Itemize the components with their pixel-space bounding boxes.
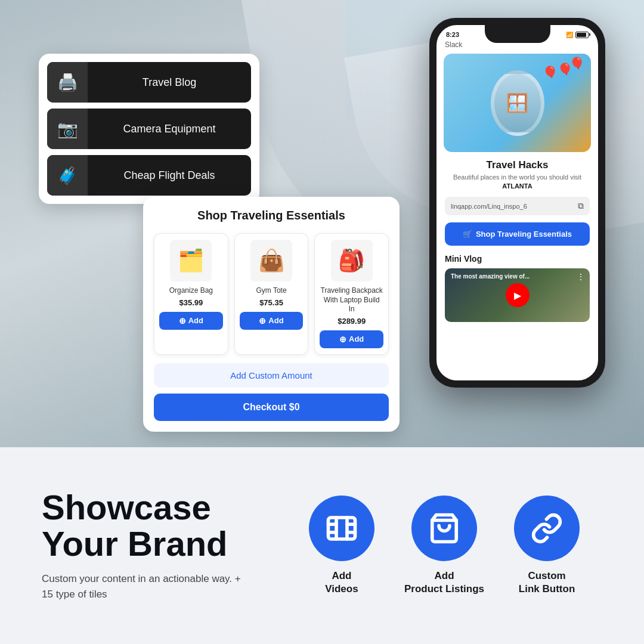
phone-screen: 8:23 📶 Slack 🪟 🎈 🎈 🎈: [436, 25, 598, 380]
link-thumb-travel-blog: 🖨️: [47, 62, 88, 103]
video-options-icon[interactable]: ⋮: [577, 272, 585, 281]
showcase-subtext: Custom your content in an actionable way…: [42, 571, 250, 602]
phone-hero-subtitle: Beautiful places in the world you should…: [445, 174, 590, 181]
balloon-icon-2: 🎈: [569, 57, 585, 72]
top-section: 🖨️ Travel Blog 📷 Camera Equipment 🧳 Chea…: [0, 0, 644, 447]
feature-circle-videos: [309, 496, 374, 561]
bottom-section: Showcase Your Brand Custom your content …: [0, 447, 644, 644]
product-name-backpack: Traveling Backpack With Laptop Build In: [320, 286, 383, 314]
video-title: The most amazing view of...: [451, 273, 530, 280]
product-img-organize-bag: 🗂️: [170, 240, 212, 281]
add-button-organize-bag[interactable]: ⊕ Add: [159, 312, 223, 330]
shop-panel-title: Shop Traveling Essentials: [154, 209, 389, 222]
link-label-travel-blog: Travel Blog: [88, 76, 251, 89]
add-label: Add: [349, 335, 364, 343]
video-play-button[interactable]: ▶: [506, 283, 530, 307]
phone-notch: [485, 25, 550, 43]
feature-label-link: CustomLink Button: [519, 569, 575, 596]
custom-amount-button[interactable]: Add Custom Amount: [154, 363, 389, 388]
product-name-organize-bag: Organize Bag: [169, 286, 213, 296]
phone-content: Travel Hacks Beautiful places in the wor…: [436, 152, 598, 329]
phone-shop-button[interactable]: 🛒 Shop Traveling Essentials: [445, 222, 590, 246]
phone-link-bar: linqapp.com/Linq_inspo_6 ⧉: [445, 197, 590, 215]
plus-icon: ⊕: [339, 335, 346, 344]
link-label-flights: Cheap Flight Deals: [88, 169, 251, 182]
link-icon: [531, 512, 563, 544]
feature-icons: AddVideos AddProduct Listings CustomL: [286, 496, 602, 596]
phone-link-url: linqapp.com/Linq_inspo_6: [451, 203, 574, 210]
feature-label-videos: AddVideos: [325, 569, 358, 596]
phone-shop-btn-label: Shop Traveling Essentials: [476, 230, 572, 239]
product-price-backpack: $289.99: [338, 317, 366, 326]
products-row: 🗂️ Organize Bag $35.99 ⊕ Add 👜 Gym Tote …: [154, 233, 389, 355]
product-price-gym-tote: $75.35: [259, 298, 283, 307]
phone-location: ATLANTA: [445, 182, 590, 190]
video-thumbnail[interactable]: The most amazing view of... ⋮ ▶: [445, 268, 590, 322]
showcase-heading-line1: Showcase Your Brand: [42, 488, 228, 563]
list-item[interactable]: 🖨️ Travel Blog: [47, 62, 251, 103]
phone-hero-image: 🪟 🎈 🎈 🎈: [444, 54, 591, 152]
mini-vlog-label: Mini Vlog: [445, 254, 590, 264]
add-button-gym-tote[interactable]: ⊕ Add: [240, 312, 304, 330]
shop-panel: Shop Traveling Essentials 🗂️ Organize Ba…: [143, 197, 400, 432]
window-view: 🪟: [491, 70, 544, 136]
phone-hero-title: Travel Hacks: [445, 159, 590, 171]
phone-time: 8:23: [446, 31, 459, 38]
plus-icon: ⊕: [259, 316, 266, 326]
product-name-gym-tote: Gym Tote: [256, 286, 286, 296]
feature-circle-products: [411, 496, 477, 561]
phone-body: 8:23 📶 Slack 🪟 🎈 🎈 🎈: [429, 18, 605, 388]
product-card-organize-bag: 🗂️ Organize Bag $35.99 ⊕ Add: [154, 233, 228, 355]
battery-icon: [575, 32, 589, 38]
feature-circle-link: [514, 496, 580, 561]
svg-rect-0: [328, 518, 355, 539]
product-card-gym-tote: 👜 Gym Tote $75.35 ⊕ Add: [234, 233, 309, 355]
feature-item-videos: AddVideos: [309, 496, 374, 596]
link-thumb-flights: 🧳: [47, 155, 88, 196]
list-item[interactable]: 📷 Camera Equipment: [47, 109, 251, 149]
link-label-camera: Camera Equipment: [88, 123, 251, 135]
status-right: 📶: [566, 32, 589, 38]
add-label: Add: [188, 316, 203, 325]
plus-icon: ⊕: [179, 316, 186, 326]
balloon-icon-3: 🎈: [542, 66, 558, 81]
wifi-icon: 📶: [566, 32, 573, 38]
link-thumb-camera: 📷: [47, 109, 88, 149]
add-button-backpack[interactable]: ⊕ Add: [320, 330, 383, 348]
add-label: Add: [268, 316, 283, 325]
showcase-heading: Showcase Your Brand: [42, 490, 250, 562]
product-card-backpack: 🎒 Traveling Backpack With Laptop Build I…: [314, 233, 389, 355]
app-name: Slack: [445, 41, 462, 49]
phone-mockup: 8:23 📶 Slack 🪟 🎈 🎈 🎈: [429, 18, 605, 388]
film-icon: [326, 512, 358, 544]
feature-label-products: AddProduct Listings: [404, 569, 484, 596]
feature-item-products: AddProduct Listings: [404, 496, 484, 596]
feature-item-link: CustomLink Button: [514, 496, 580, 596]
checkout-button[interactable]: Checkout $0: [154, 394, 389, 421]
cart-icon: [428, 512, 460, 544]
list-item[interactable]: 🧳 Cheap Flight Deals: [47, 155, 251, 196]
showcase-text: Showcase Your Brand Custom your content …: [42, 490, 250, 602]
product-img-gym-tote: 👜: [250, 240, 292, 281]
product-price-organize-bag: $35.99: [179, 298, 203, 307]
product-img-backpack: 🎒: [331, 240, 373, 281]
copy-icon[interactable]: ⧉: [578, 201, 584, 211]
link-list-panel: 🖨️ Travel Blog 📷 Camera Equipment 🧳 Chea…: [39, 54, 259, 204]
cart-icon: 🛒: [463, 230, 472, 239]
